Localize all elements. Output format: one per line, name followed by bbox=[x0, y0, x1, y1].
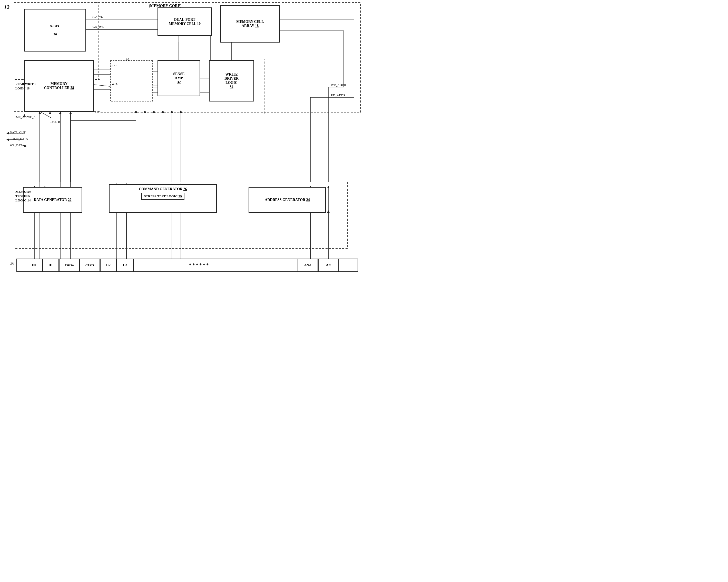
sae-label: SAE bbox=[111, 64, 118, 68]
data-out-label: DATA_OUT bbox=[10, 131, 26, 135]
memory-core-label: (MEMORY CORE) bbox=[149, 4, 182, 8]
xdec-ref: 36 bbox=[54, 32, 57, 36]
data-generator-label: DATA GENERATOR 22 bbox=[34, 198, 72, 202]
xdec-block: X-DEC 36 bbox=[24, 9, 86, 51]
bus-ref-label: 20 bbox=[10, 261, 15, 266]
svg-marker-56 bbox=[49, 111, 51, 114]
bus-c0st0: C0ST0 bbox=[59, 259, 80, 272]
rd-addr-label: RD_ADDR bbox=[331, 93, 345, 98]
svg-marker-86 bbox=[6, 132, 9, 135]
bus-ref: 20 bbox=[10, 261, 15, 265]
comp-data-label: COMP_DATA bbox=[10, 137, 28, 141]
sa-ref: 32 bbox=[177, 80, 181, 84]
bus-d1: D1 bbox=[42, 259, 59, 272]
svg-marker-90 bbox=[24, 145, 27, 147]
bus-c2: C2 bbox=[100, 259, 117, 272]
svg-marker-67 bbox=[135, 110, 137, 113]
read-write-logic-label: READ/WRITELOGIC 16 bbox=[16, 82, 36, 91]
svg-marker-71 bbox=[171, 110, 173, 113]
svg-marker-70 bbox=[162, 110, 164, 113]
rd-wl-label: RD_WL bbox=[92, 15, 103, 19]
command-generator-block: COMMAND GENERATOR 26 STRESS TEST LOGIC 2… bbox=[109, 185, 217, 213]
write-driver-block: WRITEDRIVERLOGIC34 bbox=[209, 60, 254, 101]
bus-c3: C3 bbox=[117, 259, 133, 272]
ref-30-label: 30 bbox=[126, 58, 129, 62]
cg-ref: 26 bbox=[183, 187, 187, 191]
wpc-label: WPC bbox=[111, 82, 118, 86]
svg-marker-60 bbox=[69, 111, 72, 114]
svg-marker-68 bbox=[144, 110, 146, 113]
memory-controller-label: MEMORYCONTROLLER 28 bbox=[44, 82, 74, 90]
svg-marker-72 bbox=[180, 110, 182, 113]
dual-port-label: DUAL-PORTMEMORY CELL 10 bbox=[169, 18, 201, 26]
ag-ref: 24 bbox=[306, 198, 310, 202]
diagram: 12 (MEMORY CORE) X-DEC 36 DUAL-PORTMEMOR… bbox=[0, 0, 364, 291]
svg-marker-52 bbox=[327, 210, 330, 213]
dual-port-block: DUAL-PORTMEMORY CELL 10 bbox=[158, 8, 212, 36]
wr-wl-label: WR_WL bbox=[92, 25, 104, 29]
stress-test-label: STRESS TEST LOGIC bbox=[144, 194, 178, 198]
sense-amp-label: SENSEAMP32 bbox=[173, 72, 184, 84]
svg-line-93 bbox=[40, 111, 51, 118]
address-generator-label: ADDRESS GENERATOR 24 bbox=[265, 198, 310, 202]
mc-ref: 28 bbox=[71, 86, 74, 90]
bus-an: AN bbox=[318, 259, 339, 272]
svg-marker-54 bbox=[38, 111, 41, 114]
svg-marker-146 bbox=[135, 110, 137, 113]
wr-data-label: WR_DATA bbox=[10, 143, 24, 147]
svg-marker-88 bbox=[6, 138, 9, 141]
bus-an1: AN-1 bbox=[297, 259, 318, 272]
mca-ref: 18 bbox=[255, 24, 259, 28]
bus-c1st1: C1ST1 bbox=[80, 259, 100, 272]
svg-marker-128 bbox=[327, 186, 330, 188]
fig-number: 12 bbox=[4, 4, 9, 10]
tme-b-label: TME_B bbox=[50, 120, 60, 124]
address-generator-block: ADDRESS GENERATOR 24 bbox=[249, 187, 326, 213]
memory-testing-logic-label: MEMORYTESTINGLOGIC 14 bbox=[16, 190, 31, 203]
bus-stars: * * * * * * bbox=[133, 259, 264, 272]
sense-amp-block: SENSEAMP32 bbox=[158, 60, 200, 96]
write-driver-label: WRITEDRIVERLOGIC34 bbox=[225, 73, 239, 89]
bus-d0: D0 bbox=[26, 259, 42, 272]
memory-cell-array-block: MEMORY CELLARRAY 18 bbox=[220, 5, 280, 42]
stl-ref: 29 bbox=[179, 194, 182, 198]
dg-ref: 22 bbox=[68, 198, 71, 202]
data-generator-block: DATA GENERATOR 22 bbox=[23, 187, 82, 213]
memory-cell-array-label: MEMORY CELLARRAY 18 bbox=[236, 20, 264, 28]
command-generator-label: COMMAND GENERATOR 26 bbox=[139, 187, 187, 191]
wd-ref: 34 bbox=[230, 85, 233, 89]
dual-port-ref: 10 bbox=[197, 22, 201, 26]
svg-marker-58 bbox=[59, 111, 61, 114]
tme-a-twe-a-label: TME_A/TWE_A bbox=[14, 115, 36, 119]
wr-addr-label: WR_ADDR bbox=[331, 83, 346, 87]
svg-marker-69 bbox=[153, 110, 155, 113]
xdec-label: X-DEC bbox=[50, 24, 60, 28]
